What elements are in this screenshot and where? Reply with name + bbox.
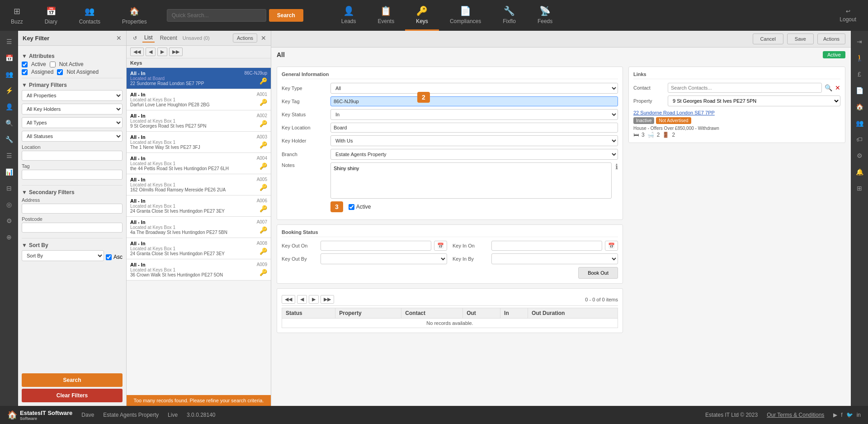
list-actions-btn[interactable]: Actions	[233, 33, 257, 43]
search-button[interactable]: Search	[269, 9, 303, 22]
sidebar-list-btn[interactable]: ☰	[1, 148, 17, 163]
table-last-btn[interactable]: ▶▶	[321, 295, 334, 304]
key-item[interactable]: All - In Located at Keys Box 1 162 Oilmi…	[127, 174, 271, 195]
list-first-btn[interactable]: ◀◀	[130, 48, 144, 56]
detail-actions-btn[interactable]: Actions	[817, 33, 845, 44]
address-input[interactable]	[22, 204, 123, 214]
sidebar-search-btn[interactable]: 🔍	[1, 116, 17, 130]
nav-feeds[interactable]: 📡 Feeds	[527, 0, 563, 31]
list-last-btn[interactable]: ▶▶	[169, 48, 183, 56]
sidebar-tools-btn[interactable]: 🔧	[1, 132, 17, 147]
sidebar-expand-btn[interactable]: ☰	[1, 34, 17, 49]
right-sidebar-grid-btn[interactable]: ⊞	[851, 181, 868, 195]
nav-keys[interactable]: 🔑 Keys	[405, 0, 439, 31]
right-sidebar-people-btn[interactable]: 👥	[851, 116, 868, 130]
tag-input[interactable]	[22, 170, 123, 180]
recent-tab[interactable]: Recent	[158, 34, 179, 42]
nav-compliances[interactable]: 📄 Compliances	[439, 0, 492, 31]
sidebar-integrations-btn[interactable]: ⊕	[1, 230, 17, 244]
key-holder-select[interactable]: With Us	[330, 135, 618, 146]
nav-diary[interactable]: 📅 Diary	[38, 3, 64, 28]
notes-info-icon[interactable]: ℹ	[615, 162, 618, 171]
all-types-select[interactable]: All Types	[22, 117, 123, 128]
youtube-icon[interactable]: ▶	[833, 412, 837, 418]
sidebar-circle-btn[interactable]: ◎	[1, 197, 17, 212]
key-item[interactable]: All - In Located at Keys Box 1 4a The Br…	[127, 217, 271, 238]
contact-search-input[interactable]	[668, 83, 822, 93]
key-out-on-input[interactable]	[321, 241, 431, 251]
filter-search-btn[interactable]: Search	[22, 373, 123, 387]
not-assigned-checkbox[interactable]	[57, 69, 63, 75]
list-close-btn[interactable]: ✕	[261, 34, 266, 42]
key-item[interactable]: All - In Located at Keys Box 1 24 Granta…	[127, 195, 271, 217]
key-item[interactable]: All - In Located at Keys Box 1 36 Crown …	[127, 259, 271, 281]
facebook-icon[interactable]: f	[841, 412, 842, 418]
table-first-btn[interactable]: ◀◀	[282, 295, 295, 304]
footer-terms[interactable]: Our Terms & Conditions	[767, 412, 824, 418]
book-out-btn[interactable]: Book Out	[578, 267, 618, 279]
not-active-checkbox[interactable]	[50, 62, 56, 67]
linkedin-icon[interactable]: in	[857, 412, 861, 418]
right-sidebar-pound-btn[interactable]: £	[851, 67, 868, 81]
nav-contacts[interactable]: 👥 Contacts	[73, 3, 107, 28]
nav-events[interactable]: 📋 Events	[367, 0, 406, 31]
all-key-holders-select[interactable]: All Key Holders	[22, 104, 123, 114]
key-item[interactable]: All - In Located at Keys Box 1 The 1 Nen…	[127, 132, 271, 153]
key-location-input[interactable]	[330, 123, 618, 133]
nav-buzz[interactable]: ⊞ Buzz	[5, 3, 29, 28]
key-in-on-cal-btn[interactable]: 📅	[605, 241, 618, 251]
asc-checkbox[interactable]	[106, 254, 112, 260]
twitter-icon[interactable]: 🐦	[846, 412, 853, 418]
right-sidebar-house-btn[interactable]: 🏠	[851, 100, 868, 114]
key-tag-input[interactable]	[330, 96, 618, 106]
list-tab[interactable]: List	[142, 33, 155, 43]
list-prev-btn[interactable]: ◀	[146, 48, 156, 56]
location-input[interactable]	[22, 151, 123, 161]
assigned-checkbox[interactable]	[22, 69, 28, 75]
active-checkbox[interactable]	[22, 62, 28, 67]
sidebar-contacts-btn[interactable]: 👥	[1, 67, 17, 81]
nav-properties[interactable]: 🏠 Properties	[116, 3, 153, 28]
sort-by-select[interactable]: Sort By	[22, 250, 104, 261]
key-out-by-select[interactable]	[321, 253, 447, 264]
right-sidebar-bell-btn[interactable]: 🔔	[851, 165, 868, 179]
filter-close-btn[interactable]: ✕	[116, 34, 122, 42]
sidebar-stack-btn[interactable]: ⊟	[1, 181, 17, 195]
sidebar-chart-btn[interactable]: 📊	[1, 165, 17, 179]
table-prev-btn[interactable]: ◀	[297, 295, 307, 304]
right-sidebar-person-btn[interactable]: 🚶	[851, 51, 868, 65]
list-next-btn[interactable]: ▶	[157, 48, 167, 56]
table-next-btn[interactable]: ▶	[309, 295, 319, 304]
key-item[interactable]: All - In Located at Keys Box 1 9 St Geor…	[127, 110, 271, 132]
right-sidebar-settings-btn[interactable]: ⚙	[851, 148, 868, 163]
key-item[interactable]: All - In Located at Board 22 Sundorne Ro…	[127, 68, 271, 89]
sidebar-filter-btn[interactable]: ⚡	[1, 83, 17, 98]
key-status-select[interactable]: In	[330, 109, 618, 120]
key-type-select[interactable]: All	[330, 83, 618, 94]
nav-fixflo[interactable]: 🔧 Fixflo	[492, 0, 527, 31]
save-btn[interactable]: Save	[787, 33, 814, 44]
nav-leads[interactable]: 👤 Leads	[330, 0, 367, 31]
property-select[interactable]: 9 St Georges Road St Ives PE27 5PN	[668, 95, 840, 106]
key-item[interactable]: All - In Located at Keys Box 1 Darfuri L…	[127, 89, 271, 110]
sidebar-calendar-btn[interactable]: 📅	[1, 51, 17, 65]
quick-search-input[interactable]	[167, 9, 266, 22]
branch-select[interactable]: Estate Agents Property	[330, 149, 618, 160]
logout-button[interactable]: ↩ Logout	[832, 5, 863, 25]
notes-textarea[interactable]: Shiny shiny	[330, 162, 612, 199]
key-item[interactable]: All - In Located at Keys Box 1 24 Granta…	[127, 238, 271, 259]
refresh-btn[interactable]: ↺	[131, 34, 139, 42]
key-in-on-input[interactable]	[491, 241, 602, 251]
sidebar-person-btn[interactable]: 👤	[1, 100, 17, 114]
right-sidebar-expand-btn[interactable]: ⇥	[851, 34, 868, 49]
active-detail-checkbox[interactable]	[349, 204, 354, 210]
postcode-input[interactable]	[22, 223, 123, 233]
cancel-btn[interactable]: Cancel	[753, 33, 783, 44]
right-sidebar-file-btn[interactable]: 📄	[851, 83, 868, 98]
property-link[interactable]: 22 Sundorne Road London SE7 7PP	[633, 110, 840, 115]
sidebar-settings-btn[interactable]: ⚙	[1, 214, 17, 228]
right-sidebar-badge-btn[interactable]: 🏷	[851, 132, 868, 147]
all-statuses-select[interactable]: All Statuses	[22, 131, 123, 142]
filter-clear-btn[interactable]: Clear Filters	[22, 389, 123, 402]
contact-search-icon[interactable]: 🔍	[825, 84, 832, 91]
